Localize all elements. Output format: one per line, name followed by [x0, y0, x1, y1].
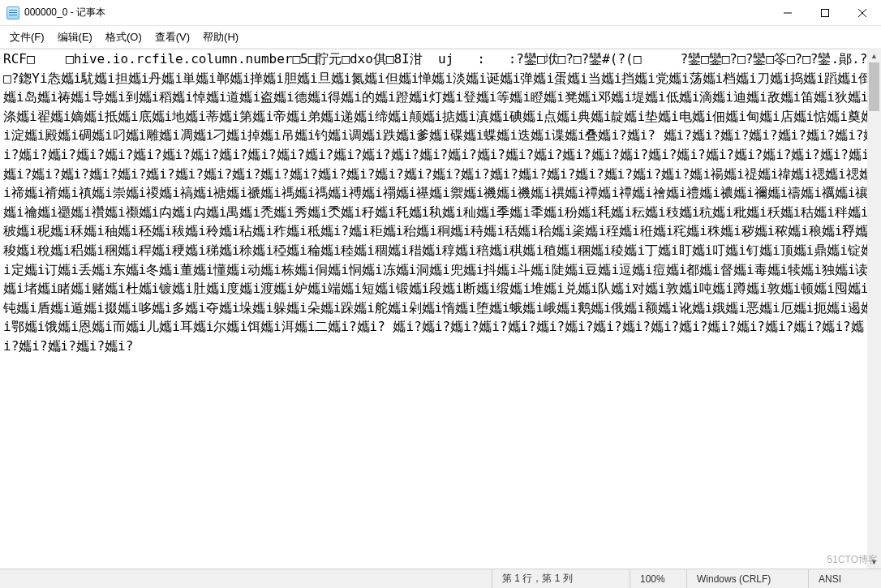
menu-help[interactable]: 帮助(H): [196, 28, 245, 47]
vertical-scrollbar[interactable]: ▲ ▼: [867, 49, 881, 569]
status-eol: Windows (CRLF): [686, 569, 808, 588]
minimize-icon: [784, 9, 792, 17]
menu-view[interactable]: 查看(V): [148, 28, 196, 47]
menu-edit[interactable]: 编辑(E): [51, 28, 99, 47]
text-area[interactable]: RCF□ □hive.io.rcfile.column.number□5□貯元□…: [0, 49, 881, 569]
close-button[interactable]: [844, 0, 881, 26]
maximize-button[interactable]: [806, 0, 844, 26]
scroll-up-icon[interactable]: ▲: [867, 49, 881, 62]
app-icon: [6, 6, 19, 19]
menu-format[interactable]: 格式(O): [99, 28, 148, 47]
menu-file[interactable]: 文件(F): [3, 28, 51, 47]
minimize-button[interactable]: [769, 0, 806, 26]
maximize-icon: [821, 9, 829, 17]
scroll-down-icon[interactable]: ▼: [867, 555, 881, 569]
status-encoding: ANSI: [808, 569, 881, 588]
scrollbar-thumb[interactable]: [869, 62, 879, 111]
close-icon: [858, 9, 866, 17]
status-position: 第 1 行，第 1 列: [492, 569, 630, 588]
svg-rect-0: [822, 9, 829, 16]
window-title: 000000_0 - 记事本: [24, 6, 105, 19]
menu-bar: 文件(F) 编辑(E) 格式(O) 查看(V) 帮助(H): [0, 26, 881, 49]
status-zoom: 100%: [630, 569, 686, 588]
status-bar: 第 1 行，第 1 列 100% Windows (CRLF) ANSI: [0, 569, 881, 588]
title-bar: 000000_0 - 记事本: [0, 0, 881, 26]
